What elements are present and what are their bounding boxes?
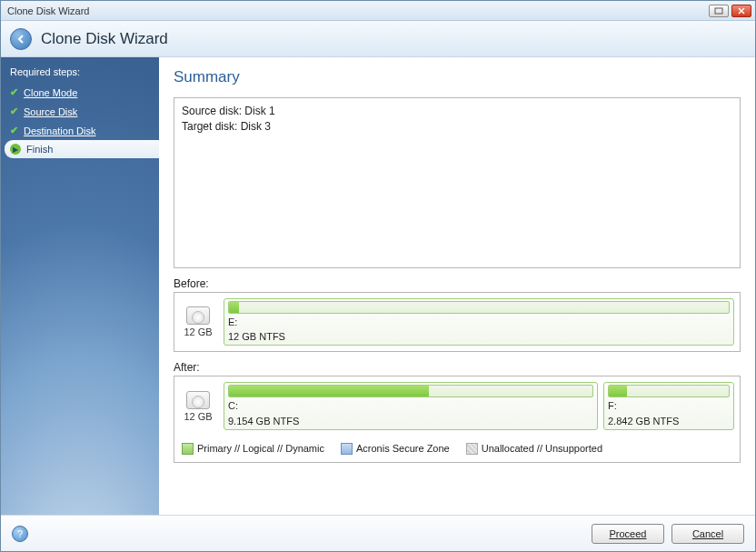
step-clone-mode[interactable]: ✔ Clone Mode bbox=[1, 83, 159, 102]
after-disk-block: 12 GB C: 9.154 GB NTFS F: 2.842 GB NTFS bbox=[174, 376, 741, 435]
summary-info: Source disk: Disk 1 Target disk: Disk 3 bbox=[174, 97, 741, 268]
footer-buttons: Proceed Cancel bbox=[592, 524, 744, 544]
sidebar-heading: Required steps: bbox=[1, 63, 159, 83]
swatch-secure bbox=[341, 443, 353, 455]
swatch-unallocated bbox=[466, 443, 478, 455]
before-disk-block: 12 GB E: 12 GB NTFS bbox=[174, 292, 741, 352]
swatch-primary bbox=[182, 443, 194, 455]
partition-desc: 12 GB NTFS bbox=[228, 331, 730, 343]
partitions: C: 9.154 GB NTFS F: 2.842 GB NTFS bbox=[224, 382, 734, 429]
wizard-header: Clone Disk Wizard bbox=[1, 21, 755, 57]
partition-desc: 9.154 GB NTFS bbox=[228, 416, 593, 427]
partition-letter: F: bbox=[608, 400, 730, 412]
hdd-icon bbox=[186, 306, 210, 325]
target-disk-line: Target disk: Disk 3 bbox=[182, 119, 732, 135]
back-button[interactable] bbox=[10, 28, 32, 50]
partition-letter: E: bbox=[228, 316, 730, 328]
after-label: After: bbox=[174, 361, 741, 374]
restore-button[interactable] bbox=[709, 5, 729, 17]
close-button[interactable] bbox=[731, 5, 751, 17]
step-label[interactable]: Destination Disk bbox=[24, 125, 95, 136]
body: Required steps: ✔ Clone Mode ✔ Source Di… bbox=[1, 57, 755, 515]
usage-bar bbox=[228, 385, 593, 397]
step-label: Finish bbox=[26, 144, 53, 155]
titlebar: Clone Disk Wizard bbox=[1, 1, 755, 21]
partition-c[interactable]: C: 9.154 GB NTFS bbox=[224, 382, 598, 429]
partition-desc: 2.842 GB NTFS bbox=[608, 416, 730, 427]
usage-bar bbox=[608, 385, 730, 397]
page-title: Summary bbox=[174, 68, 741, 86]
window-controls bbox=[709, 5, 751, 17]
usage-bar bbox=[228, 301, 730, 314]
check-icon: ✔ bbox=[10, 105, 18, 117]
disk-size: 12 GB bbox=[184, 411, 212, 422]
legend: Primary // Logical // Dynamic Acronis Se… bbox=[174, 436, 741, 464]
wizard-window: Clone Disk Wizard Clone Disk Wizard Requ… bbox=[0, 0, 756, 552]
partition-f[interactable]: F: 2.842 GB NTFS bbox=[603, 382, 734, 429]
partition-letter: C: bbox=[228, 400, 593, 412]
main-panel: Summary Source disk: Disk 1 Target disk:… bbox=[159, 57, 755, 515]
check-icon: ✔ bbox=[10, 86, 18, 98]
usage-fill bbox=[609, 386, 627, 396]
hdd-icon bbox=[186, 391, 210, 409]
partitions: E: 12 GB NTFS bbox=[224, 298, 734, 346]
help-button[interactable]: ? bbox=[12, 526, 28, 542]
step-finish[interactable]: ▶ Finish bbox=[5, 140, 159, 158]
disk-row: 12 GB C: 9.154 GB NTFS F: 2.842 GB NTFS bbox=[180, 382, 734, 429]
arrow-icon: ▶ bbox=[10, 144, 21, 155]
disk-icon-col: 12 GB bbox=[180, 298, 216, 346]
step-source-disk[interactable]: ✔ Source Disk bbox=[1, 102, 159, 121]
check-icon: ✔ bbox=[10, 125, 18, 136]
window-title: Clone Disk Wizard bbox=[5, 5, 89, 16]
step-label[interactable]: Source Disk bbox=[24, 106, 77, 117]
legend-primary: Primary // Logical // Dynamic bbox=[182, 443, 324, 456]
disk-row: 12 GB E: 12 GB NTFS bbox=[180, 298, 734, 346]
wizard-title: Clone Disk Wizard bbox=[41, 30, 168, 48]
legend-secure: Acronis Secure Zone bbox=[341, 443, 450, 456]
disk-icon-col: 12 GB bbox=[180, 382, 216, 429]
cancel-button[interactable]: Cancel bbox=[671, 524, 744, 544]
source-disk-line: Source disk: Disk 1 bbox=[182, 104, 732, 119]
disk-size: 12 GB bbox=[184, 326, 212, 337]
step-destination-disk[interactable]: ✔ Destination Disk bbox=[1, 121, 159, 140]
footer: ? Proceed Cancel bbox=[1, 515, 755, 551]
before-label: Before: bbox=[174, 277, 741, 290]
proceed-button[interactable]: Proceed bbox=[592, 524, 664, 544]
step-label[interactable]: Clone Mode bbox=[24, 87, 77, 98]
usage-fill bbox=[229, 386, 429, 396]
svg-rect-0 bbox=[715, 8, 722, 14]
partition-e[interactable]: E: 12 GB NTFS bbox=[224, 298, 734, 346]
usage-fill bbox=[229, 302, 239, 313]
sidebar: Required steps: ✔ Clone Mode ✔ Source Di… bbox=[1, 57, 159, 515]
legend-unallocated: Unallocated // Unsupported bbox=[466, 443, 602, 456]
